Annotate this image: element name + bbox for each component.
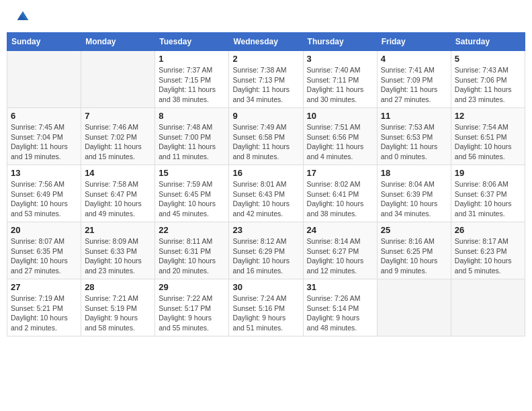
day-info: Sunrise: 7:59 AM Sunset: 6:45 PM Dayligh… — [159, 179, 225, 219]
day-number: 29 — [159, 282, 225, 292]
day-info: Sunrise: 7:51 AM Sunset: 6:56 PM Dayligh… — [307, 122, 373, 162]
logo — [13, 10, 30, 24]
day-info: Sunrise: 7:46 AM Sunset: 7:02 PM Dayligh… — [85, 122, 151, 162]
calendar-cell: 20Sunrise: 8:07 AM Sunset: 6:35 PM Dayli… — [7, 222, 81, 279]
calendar-cell: 16Sunrise: 8:01 AM Sunset: 6:43 PM Dayli… — [229, 165, 303, 222]
calendar-cell: 23Sunrise: 8:12 AM Sunset: 6:29 PM Dayli… — [229, 222, 303, 279]
day-info: Sunrise: 7:54 AM Sunset: 6:51 PM Dayligh… — [455, 122, 521, 162]
day-info: Sunrise: 8:12 AM Sunset: 6:29 PM Dayligh… — [232, 236, 299, 276]
calendar-header-friday: Friday — [377, 33, 451, 51]
calendar-cell: 13Sunrise: 7:56 AM Sunset: 6:49 PM Dayli… — [7, 165, 81, 222]
calendar-cell — [7, 51, 81, 108]
day-info: Sunrise: 7:45 AM Sunset: 7:04 PM Dayligh… — [11, 122, 77, 162]
calendar-header-saturday: Saturday — [451, 33, 525, 51]
day-info: Sunrise: 7:37 AM Sunset: 7:15 PM Dayligh… — [159, 65, 225, 105]
day-info: Sunrise: 8:11 AM Sunset: 6:31 PM Dayligh… — [159, 236, 225, 276]
day-number: 12 — [455, 111, 521, 121]
day-info: Sunrise: 7:48 AM Sunset: 7:00 PM Dayligh… — [159, 122, 225, 162]
day-info: Sunrise: 7:26 AM Sunset: 5:14 PM Dayligh… — [307, 293, 373, 333]
day-number: 23 — [232, 225, 299, 235]
day-number: 30 — [232, 282, 299, 292]
calendar-cell — [81, 51, 155, 108]
calendar-cell: 22Sunrise: 8:11 AM Sunset: 6:31 PM Dayli… — [155, 222, 229, 279]
calendar-header-wednesday: Wednesday — [229, 33, 303, 51]
day-info: Sunrise: 8:09 AM Sunset: 6:33 PM Dayligh… — [85, 236, 151, 276]
day-info: Sunrise: 8:04 AM Sunset: 6:39 PM Dayligh… — [381, 179, 447, 219]
day-info: Sunrise: 7:56 AM Sunset: 6:49 PM Dayligh… — [11, 179, 77, 219]
day-number: 3 — [307, 54, 373, 64]
day-info: Sunrise: 8:02 AM Sunset: 6:41 PM Dayligh… — [307, 179, 373, 219]
calendar-cell: 25Sunrise: 8:16 AM Sunset: 6:25 PM Dayli… — [377, 222, 451, 279]
day-number: 5 — [455, 54, 521, 64]
day-info: Sunrise: 7:58 AM Sunset: 6:47 PM Dayligh… — [85, 179, 151, 219]
day-number: 19 — [455, 168, 521, 178]
day-info: Sunrise: 8:14 AM Sunset: 6:27 PM Dayligh… — [307, 236, 373, 276]
day-number: 26 — [455, 225, 521, 235]
calendar-cell: 17Sunrise: 8:02 AM Sunset: 6:41 PM Dayli… — [303, 165, 377, 222]
calendar-week-row-2: 6Sunrise: 7:45 AM Sunset: 7:04 PM Daylig… — [7, 108, 525, 165]
day-info: Sunrise: 8:06 AM Sunset: 6:37 PM Dayligh… — [455, 179, 521, 219]
calendar-header-row: SundayMondayTuesdayWednesdayThursdayFrid… — [7, 33, 525, 51]
calendar-header-thursday: Thursday — [303, 33, 377, 51]
day-number: 25 — [381, 225, 447, 235]
page-header — [7, 7, 525, 27]
day-info: Sunrise: 7:53 AM Sunset: 6:53 PM Dayligh… — [381, 122, 447, 162]
day-number: 2 — [232, 54, 299, 64]
calendar-cell: 5Sunrise: 7:43 AM Sunset: 7:06 PM Daylig… — [451, 51, 525, 108]
day-info: Sunrise: 7:24 AM Sunset: 5:16 PM Dayligh… — [232, 293, 299, 333]
calendar-cell: 26Sunrise: 8:17 AM Sunset: 6:23 PM Dayli… — [451, 222, 525, 279]
calendar-cell — [451, 279, 525, 336]
day-number: 24 — [307, 225, 373, 235]
day-number: 1 — [159, 54, 225, 64]
calendar-cell — [377, 279, 451, 336]
day-number: 20 — [11, 225, 77, 235]
calendar-cell: 14Sunrise: 7:58 AM Sunset: 6:47 PM Dayli… — [81, 165, 155, 222]
day-number: 22 — [159, 225, 225, 235]
day-info: Sunrise: 8:01 AM Sunset: 6:43 PM Dayligh… — [232, 179, 299, 219]
day-number: 17 — [307, 168, 373, 178]
day-number: 6 — [11, 111, 77, 121]
day-number: 4 — [381, 54, 447, 64]
calendar-cell: 7Sunrise: 7:46 AM Sunset: 7:02 PM Daylig… — [81, 108, 155, 165]
day-number: 9 — [232, 111, 299, 121]
calendar-cell: 1Sunrise: 7:37 AM Sunset: 7:15 PM Daylig… — [155, 51, 229, 108]
calendar-cell: 3Sunrise: 7:40 AM Sunset: 7:11 PM Daylig… — [303, 51, 377, 108]
calendar-cell: 12Sunrise: 7:54 AM Sunset: 6:51 PM Dayli… — [451, 108, 525, 165]
day-info: Sunrise: 7:43 AM Sunset: 7:06 PM Dayligh… — [455, 65, 521, 105]
calendar-cell: 18Sunrise: 8:04 AM Sunset: 6:39 PM Dayli… — [377, 165, 451, 222]
day-number: 31 — [307, 282, 373, 292]
day-number: 10 — [307, 111, 373, 121]
day-info: Sunrise: 8:07 AM Sunset: 6:35 PM Dayligh… — [11, 236, 77, 276]
calendar-cell: 19Sunrise: 8:06 AM Sunset: 6:37 PM Dayli… — [451, 165, 525, 222]
day-number: 18 — [381, 168, 447, 178]
day-number: 14 — [85, 168, 151, 178]
day-info: Sunrise: 7:49 AM Sunset: 6:58 PM Dayligh… — [232, 122, 299, 162]
calendar-cell: 21Sunrise: 8:09 AM Sunset: 6:33 PM Dayli… — [81, 222, 155, 279]
calendar-week-row-1: 1Sunrise: 7:37 AM Sunset: 7:15 PM Daylig… — [7, 51, 525, 108]
day-info: Sunrise: 7:21 AM Sunset: 5:19 PM Dayligh… — [85, 293, 151, 333]
day-info: Sunrise: 8:17 AM Sunset: 6:23 PM Dayligh… — [455, 236, 521, 276]
calendar-week-row-4: 20Sunrise: 8:07 AM Sunset: 6:35 PM Dayli… — [7, 222, 525, 279]
day-number: 8 — [159, 111, 225, 121]
calendar-cell: 15Sunrise: 7:59 AM Sunset: 6:45 PM Dayli… — [155, 165, 229, 222]
day-info: Sunrise: 7:41 AM Sunset: 7:09 PM Dayligh… — [381, 65, 447, 105]
day-info: Sunrise: 7:40 AM Sunset: 7:11 PM Dayligh… — [307, 65, 373, 105]
day-number: 11 — [381, 111, 447, 121]
day-number: 13 — [11, 168, 77, 178]
calendar-header-tuesday: Tuesday — [155, 33, 229, 51]
calendar-cell: 10Sunrise: 7:51 AM Sunset: 6:56 PM Dayli… — [303, 108, 377, 165]
calendar-cell: 29Sunrise: 7:22 AM Sunset: 5:17 PM Dayli… — [155, 279, 229, 336]
calendar-cell: 4Sunrise: 7:41 AM Sunset: 7:09 PM Daylig… — [377, 51, 451, 108]
calendar-cell: 9Sunrise: 7:49 AM Sunset: 6:58 PM Daylig… — [229, 108, 303, 165]
day-number: 16 — [232, 168, 299, 178]
day-number: 7 — [85, 111, 151, 121]
calendar-cell: 6Sunrise: 7:45 AM Sunset: 7:04 PM Daylig… — [7, 108, 81, 165]
day-info: Sunrise: 7:38 AM Sunset: 7:13 PM Dayligh… — [232, 65, 299, 105]
calendar-cell: 24Sunrise: 8:14 AM Sunset: 6:27 PM Dayli… — [303, 222, 377, 279]
calendar-cell: 28Sunrise: 7:21 AM Sunset: 5:19 PM Dayli… — [81, 279, 155, 336]
calendar-week-row-5: 27Sunrise: 7:19 AM Sunset: 5:21 PM Dayli… — [7, 279, 525, 336]
day-number: 21 — [85, 225, 151, 235]
calendar-cell: 8Sunrise: 7:48 AM Sunset: 7:00 PM Daylig… — [155, 108, 229, 165]
day-info: Sunrise: 7:19 AM Sunset: 5:21 PM Dayligh… — [11, 293, 77, 333]
calendar-header-sunday: Sunday — [7, 33, 81, 51]
